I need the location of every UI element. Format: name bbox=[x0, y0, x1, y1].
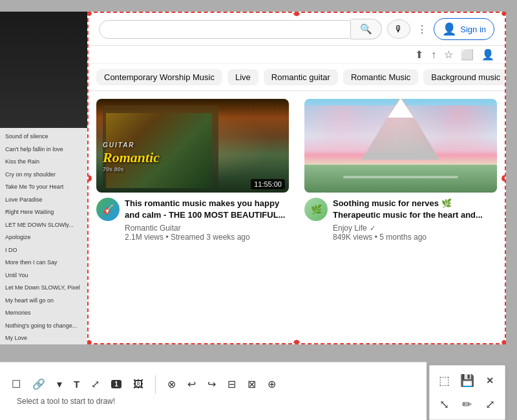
search-bar[interactable] bbox=[99, 20, 351, 39]
close-button[interactable]: ✕ bbox=[480, 370, 501, 392]
close-icon: ✕ bbox=[486, 375, 494, 386]
toolbar-tools-row: ☐ 🔗 ▾ T ⤢ 1 🖼 ⊗ bbox=[0, 375, 427, 394]
video-stats-2: 849K views • 5 months ago bbox=[333, 233, 497, 242]
copy-button[interactable]: ⬚ bbox=[434, 370, 455, 392]
mic-icon: 🎙 bbox=[394, 24, 403, 34]
tablet-icon-button[interactable]: ⬜ bbox=[461, 48, 474, 61]
filter-chips: Contemporary Worship Music Live Romantic… bbox=[89, 64, 505, 91]
list-item: LET ME DOWN SLOWly... bbox=[0, 219, 87, 232]
crop-tool-button[interactable]: ⤢ bbox=[87, 375, 103, 393]
video-title-1: This romantic music makes you happy and … bbox=[125, 198, 289, 221]
user-icon: 👤 bbox=[481, 48, 494, 61]
link-icon: 🔗 bbox=[32, 378, 45, 390]
chip-worship[interactable]: Contemporary Worship Music bbox=[96, 69, 222, 85]
video-card-2[interactable]: 🌿 Soothing music for nerves 🌿 Therapeuti… bbox=[297, 91, 505, 249]
chip-background-music[interactable]: Background music bbox=[423, 69, 505, 85]
bottom-toolbar-container: ☐ 🔗 ▾ T ⤢ 1 🖼 ⊗ bbox=[0, 362, 517, 420]
user-icon-button[interactable]: 👤 bbox=[481, 48, 494, 61]
playlist-items: Sound of silence Can't help fallin in lo… bbox=[0, 128, 87, 344]
toolbar-divider bbox=[155, 375, 156, 394]
delete2-icon: ⊠ bbox=[248, 378, 256, 390]
dropdown-tool-button[interactable]: ▾ bbox=[53, 375, 66, 393]
text-tool-button[interactable]: T bbox=[70, 376, 83, 392]
rectangle-icon: ☐ bbox=[12, 378, 21, 390]
share-icon-button[interactable]: ↑ bbox=[431, 49, 436, 61]
share-icon: ↑ bbox=[431, 49, 436, 61]
video-meta-2: Soothing music for nerves 🌿 Therapeutic … bbox=[333, 198, 497, 242]
resize-handle-bm[interactable] bbox=[293, 340, 300, 344]
badge-tool-button[interactable]: 1 bbox=[107, 377, 125, 391]
main-toolbar: ☐ 🔗 ▾ T ⤢ 1 🖼 ⊗ bbox=[0, 362, 427, 420]
channel-label-2: Enjoy Life bbox=[333, 224, 367, 233]
upload-time-2: 5 months ago bbox=[379, 233, 427, 242]
upload-icon: ⬆ bbox=[415, 48, 423, 61]
resize-handle-bl[interactable] bbox=[87, 340, 92, 344]
crop2-button[interactable]: ⤡ bbox=[434, 394, 455, 416]
star-icon: ☆ bbox=[444, 48, 453, 61]
list-item: Until You bbox=[0, 269, 87, 282]
resize-handle-tr[interactable] bbox=[501, 12, 506, 16]
search-button[interactable]: 🔍 bbox=[351, 19, 382, 39]
crop2-icon: ⤡ bbox=[439, 397, 449, 412]
video-title-2: Soothing music for nerves 🌿 Therapeutic … bbox=[333, 198, 497, 221]
account-icon: 👤 bbox=[442, 22, 456, 36]
copy-icon: ⬚ bbox=[439, 373, 450, 388]
tablet-icon: ⬜ bbox=[461, 48, 474, 61]
pen-button[interactable]: ✏ bbox=[456, 394, 478, 416]
list-item: Memories bbox=[0, 307, 87, 320]
float-panel: ⬚ 💾 ✕ ⤡ ✏ ⤢ bbox=[429, 365, 505, 420]
exit-icon: ⊕ bbox=[268, 378, 276, 390]
sign-in-label: Sign in bbox=[460, 25, 486, 34]
pen-icon: ✏ bbox=[462, 397, 472, 412]
list-item: Take Me To your Heart bbox=[0, 181, 87, 194]
delete2-button[interactable]: ⊠ bbox=[244, 375, 260, 393]
list-item: My Love bbox=[0, 332, 87, 344]
video-info-2: 🌿 Soothing music for nerves 🌿 Therapeuti… bbox=[304, 198, 497, 242]
top-icons-row: ⬆ ↑ ☆ ⬜ 👤 bbox=[89, 46, 505, 64]
redo-button[interactable]: ↪ bbox=[204, 375, 220, 393]
video-thumb-2 bbox=[304, 99, 497, 193]
verified-badge-2: ✓ bbox=[370, 224, 375, 233]
rectangle-tool-button[interactable]: ☐ bbox=[8, 375, 25, 393]
eraser-tool-button[interactable]: ⊗ bbox=[164, 375, 180, 393]
list-item: More then I can Say bbox=[0, 257, 87, 269]
sign-in-button[interactable]: 👤 Sign in bbox=[434, 18, 494, 40]
image-tool-button[interactable]: 🖼 bbox=[129, 376, 147, 393]
chip-romantic-guitar[interactable]: Romantic guitar bbox=[264, 69, 338, 85]
star-icon-button[interactable]: ☆ bbox=[444, 48, 453, 61]
chip-romantic-music[interactable]: Romantic Music bbox=[343, 69, 418, 85]
mic-button[interactable]: 🎙 bbox=[387, 19, 410, 39]
capture-region: 🔍 🎙 ⋮ 👤 Sign in ⬆ ↑ ☆ ⬜ 👤 Contemporary W… bbox=[87, 12, 506, 344]
save-button[interactable]: 💾 bbox=[456, 370, 478, 392]
video-meta-1: This romantic music makes you happy and … bbox=[125, 198, 289, 242]
list-item: Sound of silence bbox=[0, 131, 87, 143]
save-icon: 💾 bbox=[460, 373, 474, 388]
undo-button[interactable]: ↩ bbox=[184, 375, 200, 393]
list-item: Let Me Down SLOWLY, Pixel bbox=[0, 282, 87, 295]
chip-live[interactable]: Live bbox=[227, 69, 258, 85]
upload-time-1: Streamed 3 weeks ago bbox=[171, 233, 250, 242]
exit-tool-button[interactable]: ⊕ bbox=[264, 375, 280, 393]
stats-separator-1: • bbox=[165, 233, 171, 242]
list-item: Love Paradise bbox=[0, 194, 87, 207]
link-tool-button[interactable]: 🔗 bbox=[28, 375, 49, 393]
guitar-thumbnail: GUITAR Romantic 70s 80s 11:55:00 bbox=[96, 99, 289, 193]
list-item: Kiss the Rain bbox=[0, 156, 87, 169]
expand-button[interactable]: ⤢ bbox=[480, 394, 501, 416]
toolbar-hint-row: Select a tool to start to draw! bbox=[0, 394, 427, 408]
resize-handle-br[interactable] bbox=[501, 340, 506, 344]
badge-icon: 1 bbox=[111, 380, 121, 388]
cherry-blossom-layer bbox=[304, 105, 497, 152]
delete1-button[interactable]: ⊟ bbox=[224, 375, 240, 393]
channel-name-2: Enjoy Life ✓ bbox=[333, 224, 497, 233]
guitar-text-overlay: GUITAR Romantic 70s 80s bbox=[103, 142, 160, 173]
video-thumb-1: GUITAR Romantic 70s 80s 11:55:00 bbox=[96, 99, 289, 193]
search-input[interactable] bbox=[107, 25, 343, 34]
video-card-1[interactable]: GUITAR Romantic 70s 80s 11:55:00 🎸 This … bbox=[89, 91, 297, 249]
list-item: Cry on my shoulder bbox=[0, 169, 87, 182]
text-icon: T bbox=[74, 379, 79, 390]
list-item: Nothing's going to change... bbox=[0, 320, 87, 333]
more-options-button[interactable]: ⋮ bbox=[417, 23, 427, 36]
resize-handle-mr[interactable] bbox=[501, 175, 506, 182]
upload-icon-button[interactable]: ⬆ bbox=[415, 48, 423, 61]
